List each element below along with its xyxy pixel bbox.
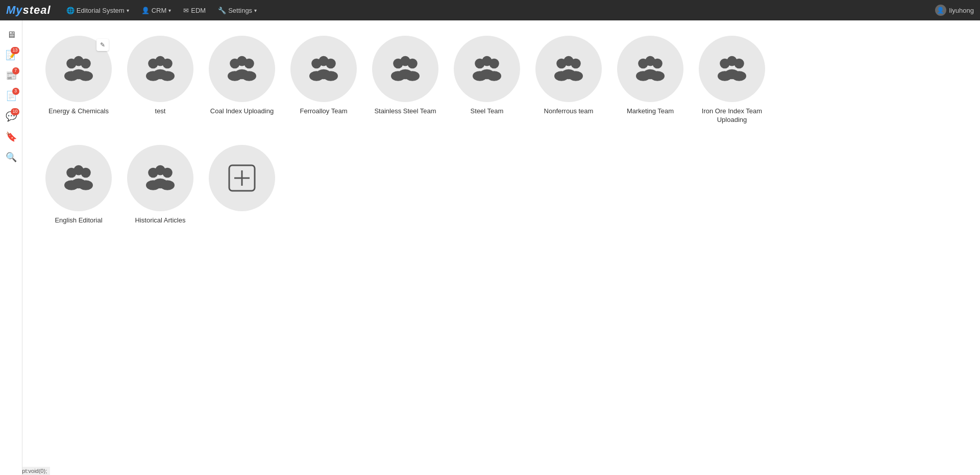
svg-point-35 [487, 71, 501, 81]
team-circle-steel[interactable] [454, 36, 520, 102]
globe-icon: 🌐 [66, 7, 75, 14]
envelope-icon: ✉ [183, 7, 189, 14]
group-icon [61, 160, 96, 196]
team-label-nonferrous: Nonferrous team [544, 107, 594, 116]
arrow-icon: ▾ [168, 8, 171, 13]
nav-edm[interactable]: ✉ EDM [178, 4, 211, 17]
team-item-coal-index[interactable]: Coal Index Uploading [206, 36, 278, 116]
svg-point-50 [734, 59, 744, 69]
team-item-test[interactable]: test [125, 36, 196, 116]
team-item-add-new[interactable] [206, 145, 278, 216]
sidebar-item-bookmark[interactable]: 🔖 [2, 128, 20, 146]
wrench-icon: 🔧 [218, 7, 226, 14]
svg-point-47 [650, 71, 665, 81]
svg-point-38 [571, 59, 581, 69]
group-icon [142, 160, 178, 196]
doc-badge: 3 [12, 88, 19, 95]
svg-point-5 [79, 71, 93, 81]
svg-point-20 [326, 59, 336, 69]
nav-crm[interactable]: 👤 CRM ▾ [136, 4, 177, 17]
person-icon: 👤 [141, 7, 150, 14]
team-label-steel: Steel Team [471, 107, 504, 116]
team-item-nonferrous[interactable]: Nonferrous team [533, 36, 604, 116]
team-item-energy-chemicals[interactable]: ✎ Energy & Chemicals [43, 36, 114, 116]
chat-badge: 10 [11, 108, 19, 115]
group-icon [142, 51, 178, 87]
team-label-stainless-steel: Stainless Steel Team [374, 107, 436, 116]
group-icon [306, 51, 341, 87]
sidebar-item-doc[interactable]: 📄 3 [2, 87, 20, 105]
edit-team-badge[interactable]: ✎ [96, 39, 109, 51]
svg-point-32 [489, 59, 499, 69]
edit-badge: 13 [11, 47, 19, 54]
nav-settings[interactable]: 🔧 Settings ▾ [213, 4, 262, 17]
group-icon [551, 51, 586, 87]
team-circle-test[interactable] [127, 36, 193, 102]
team-item-iron-ore[interactable]: Iron Ore Index Team Uploading [696, 36, 768, 124]
svg-point-56 [81, 167, 91, 178]
team-grid: ✎ Energy & Chemicals test [43, 36, 960, 225]
nav-crm-label: CRM [152, 7, 167, 14]
nav-editorial-system[interactable]: 🌐 Editorial System ▾ [61, 4, 134, 17]
arrow-icon: ▾ [127, 8, 129, 13]
team-label-test: test [155, 107, 166, 116]
team-item-steel[interactable]: Steel Team [451, 36, 523, 116]
svg-point-29 [405, 71, 420, 81]
nav-settings-label: Settings [228, 7, 252, 14]
sidebar-item-edit[interactable]: 📝 13 [2, 46, 20, 64]
team-label-historical: Historical Articles [135, 216, 186, 225]
newspaper-badge: 7 [12, 67, 19, 74]
group-icon [469, 51, 505, 87]
team-circle-marketing[interactable] [617, 36, 683, 102]
sidebar-item-chat[interactable]: 💬 10 [2, 107, 20, 126]
team-circle-nonferrous[interactable] [535, 36, 602, 102]
sidebar-item-search[interactable]: 🔍 [2, 148, 20, 166]
team-item-ferroalloy[interactable]: Ferroalloy Team [288, 36, 359, 116]
nav-editorial-label: Editorial System [77, 7, 125, 14]
svg-point-17 [242, 71, 256, 81]
team-circle-iron-ore[interactable] [699, 36, 765, 102]
monitor-icon: 🖥 [7, 30, 16, 40]
team-circle-stainless-steel[interactable] [372, 36, 438, 102]
team-label-marketing: Marketing Team [627, 107, 674, 116]
svg-point-53 [732, 71, 746, 81]
logo[interactable]: Mysteal [6, 4, 51, 17]
bookmark-icon: 🔖 [6, 131, 17, 142]
team-item-english-editorial[interactable]: English Editorial [43, 145, 114, 225]
svg-point-14 [244, 59, 254, 69]
svg-point-44 [652, 59, 663, 69]
svg-point-11 [160, 71, 175, 81]
team-label-coal-index: Coal Index Uploading [210, 107, 274, 116]
sidebar-item-newspaper[interactable]: 📰 7 [2, 66, 20, 85]
avatar: 👤 [935, 5, 946, 16]
team-circle-ferroalloy[interactable] [290, 36, 357, 102]
nav-edm-label: EDM [191, 7, 206, 14]
team-circle-coal-index[interactable] [209, 36, 275, 102]
team-label-energy-chemicals: Energy & Chemicals [48, 107, 109, 116]
team-circle-english-editorial[interactable] [45, 145, 112, 211]
nav-menu: 🌐 Editorial System ▾ 👤 CRM ▾ ✉ EDM 🔧 Set… [61, 4, 935, 17]
team-label-english-editorial: English Editorial [55, 216, 102, 225]
team-circle-energy-chemicals[interactable]: ✎ [45, 36, 112, 102]
add-icon [227, 163, 257, 193]
svg-point-26 [407, 59, 418, 69]
sidebar-item-monitor[interactable]: 🖥 [2, 26, 20, 44]
search-icon: 🔍 [6, 152, 17, 163]
group-icon [224, 51, 260, 87]
group-icon [61, 51, 96, 87]
team-label-ferroalloy: Ferroalloy Team [300, 107, 348, 116]
username: liyuhong [949, 7, 974, 14]
team-circle-historical[interactable] [127, 145, 193, 211]
svg-point-59 [79, 180, 93, 190]
svg-point-8 [162, 59, 173, 69]
team-item-marketing[interactable]: Marketing Team [615, 36, 686, 116]
team-item-stainless-steel[interactable]: Stainless Steel Team [370, 36, 441, 116]
navbar: Mysteal 🌐 Editorial System ▾ 👤 CRM ▾ ✉ E… [0, 0, 980, 20]
group-icon [632, 51, 668, 87]
user-section[interactable]: 👤 liyuhong [935, 5, 974, 16]
arrow-icon: ▾ [254, 8, 257, 13]
svg-point-65 [160, 180, 175, 190]
team-item-historical[interactable]: Historical Articles [125, 145, 196, 225]
main-content: ✎ Energy & Chemicals test [22, 20, 980, 475]
add-team-button[interactable] [209, 145, 275, 211]
